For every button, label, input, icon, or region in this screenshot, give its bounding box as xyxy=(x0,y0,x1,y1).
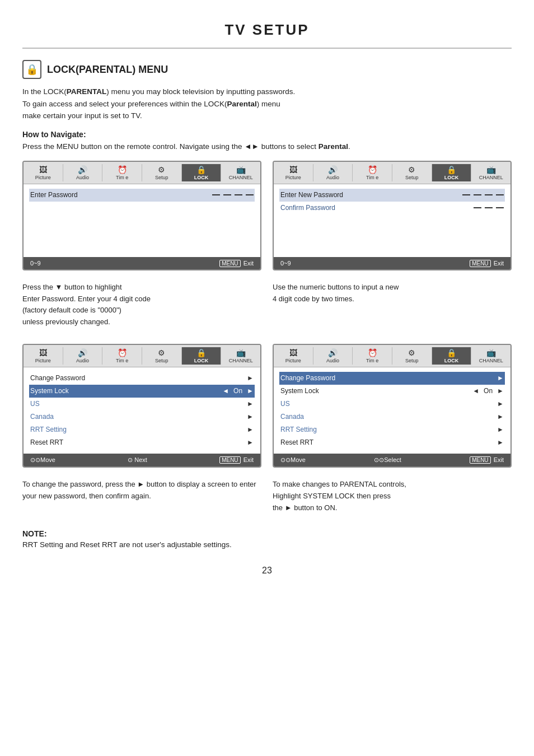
menu-picture-3: 🖼Picture xyxy=(24,347,63,365)
canada-label-left: Canada xyxy=(30,413,247,421)
desc-1-left: Press the ▼ button to highlight Enter Pa… xyxy=(22,282,261,338)
enter-password-row: Enter Password xyxy=(29,189,255,202)
panel-row-1: 🖼Picture 🔊Audio ⏰Tim e ⚙Setup 🔒LOCK 📺CHA… xyxy=(22,161,512,276)
us-arrow-left: ► xyxy=(247,400,254,408)
footer-exit-4: MENU Exit xyxy=(470,456,504,463)
footer-move-4: ⊙⊙Move xyxy=(280,456,306,464)
dash-11 xyxy=(496,207,504,208)
note-text: RRT Setting and Reset RRT are not user's… xyxy=(22,540,512,549)
canada-arrow-right: ► xyxy=(497,413,504,421)
dash-4 xyxy=(246,194,254,195)
menu-audio: 🔊Audio xyxy=(63,164,103,181)
tv-content-2: Enter New Password Confirm Password xyxy=(274,184,510,257)
menu-setup: ⚙Setup xyxy=(142,164,182,181)
menu-picture-2: 🖼Picture xyxy=(274,164,313,181)
menu-lock-4: 🔒LOCK xyxy=(432,347,472,365)
system-lock-label-right: System Lock xyxy=(280,387,472,395)
new-password-label: Enter New Password xyxy=(280,191,458,199)
desc-row-1: Press the ▼ button to highlight Enter Pa… xyxy=(22,282,512,338)
system-lock-row-right: System Lock ◄ On ► xyxy=(279,385,505,398)
menu-picture-4: 🖼Picture xyxy=(274,347,313,365)
menu-time: ⏰Tim e xyxy=(102,164,142,181)
system-lock-left-arrow-right: ◄ xyxy=(472,387,479,395)
tv-content-1: Enter Password xyxy=(24,184,260,257)
rrt-row-right: RRT Setting ► xyxy=(279,423,505,436)
menu-time-3: ⏰Tim e xyxy=(102,347,142,365)
panel-row-2: 🖼Picture 🔊Audio ⏰Tim e ⚙Setup 🔒LOCK 📺CHA… xyxy=(22,344,512,473)
menu-time-4: ⏰Tim e xyxy=(353,347,392,365)
intro-text: In the LOCK(PARENTAL) menu you may block… xyxy=(22,86,512,122)
desc-enter-password: Press the ▼ button to highlight Enter Pa… xyxy=(22,282,261,328)
dash-10 xyxy=(485,207,493,208)
page-title: TV SETUP xyxy=(22,11,512,49)
canada-row-right: Canada ► xyxy=(279,410,505,423)
tv-footer-4: ⊙⊙Move ⊙⊙Select MENU Exit xyxy=(274,454,510,466)
dash-8 xyxy=(496,194,504,195)
dash-1 xyxy=(212,194,220,195)
desc-2-right: To make changes to PARENTAL controls, Hi… xyxy=(273,479,512,524)
tv-content-4: Change Password ► System Lock ◄ On ► US … xyxy=(274,367,510,454)
panel-enter-password: 🖼Picture 🔊Audio ⏰Tim e ⚙Setup 🔒LOCK 📺CHA… xyxy=(22,161,261,276)
dash-7 xyxy=(485,194,493,195)
footer-exit-2: MENU Exit xyxy=(470,260,504,267)
confirm-password-dashes xyxy=(474,207,504,208)
reset-arrow-right: ► xyxy=(497,438,504,446)
tv-panel-1: 🖼Picture 🔊Audio ⏰Tim e ⚙Setup 🔒LOCK 📺CHA… xyxy=(22,161,261,270)
change-pw-arrow-right: ► xyxy=(497,374,504,382)
menu-lock-3: 🔒LOCK xyxy=(182,347,222,365)
dash-2 xyxy=(223,194,231,195)
nav-instruction: Press the MENU button on the remote cont… xyxy=(22,142,512,151)
desc-parental-controls: To make changes to PARENTAL controls, Hi… xyxy=(273,479,512,514)
system-lock-label-left: System Lock xyxy=(30,387,222,395)
desc-2-left: To change the password, press the ► butt… xyxy=(22,479,261,524)
footer-move-3: ⊙⊙Move xyxy=(30,456,55,464)
rrt-arrow-left: ► xyxy=(247,426,254,433)
change-pw-arrow-left: ► xyxy=(247,374,254,382)
enter-password-label: Enter Password xyxy=(30,191,208,199)
panel-system-lock-right: 🖼Picture 🔊Audio ⏰Tim e ⚙Setup 🔒LOCK 📺CHA… xyxy=(273,344,512,473)
confirm-password-label: Confirm Password xyxy=(280,204,469,212)
footer-exit-3: MENU Exit xyxy=(219,456,254,463)
change-pw-label-left: Change Password xyxy=(30,374,247,382)
how-to-navigate-label: How to Navigate: xyxy=(22,130,512,139)
tv-panel-2: 🖼Picture 🔊Audio ⏰Tim e ⚙Setup 🔒LOCK 📺CHA… xyxy=(273,161,512,270)
dash-6 xyxy=(474,194,481,195)
confirm-password-row: Confirm Password xyxy=(279,202,505,214)
desc-row-2: To change the password, press the ► butt… xyxy=(22,479,512,524)
menu-audio-4: 🔊Audio xyxy=(313,347,353,365)
us-arrow-right: ► xyxy=(497,400,504,408)
menu-channel-3: 📺CHANNEL xyxy=(221,347,260,365)
menu-channel-4: 📺CHANNEL xyxy=(471,347,510,365)
system-lock-left-arrow: ◄ xyxy=(222,387,229,395)
menu-badge-1: MENU xyxy=(219,260,240,267)
footer-09-1: 0~9 xyxy=(30,260,41,267)
note-title: NOTE: xyxy=(22,529,512,538)
dash-9 xyxy=(474,207,481,208)
system-lock-row-left: System Lock ◄ On ► xyxy=(29,385,255,398)
tv-panel-4: 🖼Picture 🔊Audio ⏰Tim e ⚙Setup 🔒LOCK 📺CHA… xyxy=(273,344,512,468)
rrt-label-left: RRT Setting xyxy=(30,426,247,433)
desc-1-right: Use the numeric buttons to input a new 4… xyxy=(273,282,512,338)
footer-select-4: ⊙⊙Select xyxy=(374,456,401,464)
tv-panel-3: 🖼Picture 🔊Audio ⏰Tim e ⚙Setup 🔒LOCK 📺CHA… xyxy=(22,344,261,468)
panel-confirm-password: 🖼Picture 🔊Audio ⏰Tim e ⚙Setup 🔒LOCK 📺CHA… xyxy=(273,161,512,276)
menu-channel: 📺CHANNEL xyxy=(221,164,260,181)
us-row-left: US ► xyxy=(29,398,255,410)
menu-setup-3: ⚙Setup xyxy=(142,347,182,365)
change-pw-row-right: Change Password ► xyxy=(279,372,505,385)
rrt-label-right: RRT Setting xyxy=(280,426,497,433)
footer-09-2: 0~9 xyxy=(280,260,291,267)
menu-badge-4: MENU xyxy=(470,456,490,464)
menu-audio-3: 🔊Audio xyxy=(63,347,103,365)
change-pw-label-right: Change Password xyxy=(280,374,497,382)
tv-footer-1: 0~9 MENU Exit xyxy=(24,257,260,269)
tv-footer-2: 0~9 MENU Exit xyxy=(274,257,510,269)
rrt-row-left: RRT Setting ► xyxy=(29,423,255,436)
us-row-right: US ► xyxy=(279,398,505,410)
rrt-arrow-right: ► xyxy=(497,426,504,433)
desc-confirm-password: Use the numeric buttons to input a new 4… xyxy=(273,282,512,305)
panel-system-lock-left: 🖼Picture 🔊Audio ⏰Tim e ⚙Setup 🔒LOCK 📺CHA… xyxy=(22,344,261,473)
system-lock-right-arrow-right: ► xyxy=(497,387,504,395)
reset-row-right: Reset RRT ► xyxy=(279,436,505,449)
menu-channel-2: 📺CHANNEL xyxy=(471,164,510,181)
